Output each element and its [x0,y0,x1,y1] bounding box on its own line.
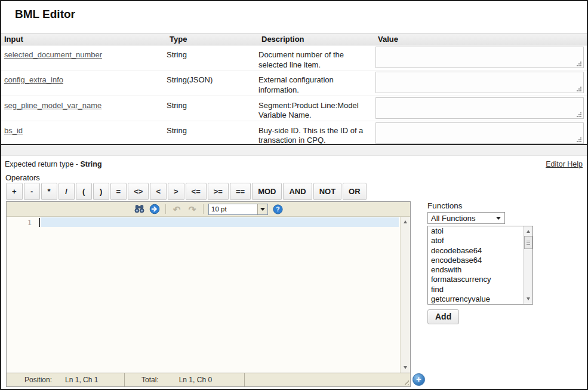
position-label: Position: [24,376,52,384]
operator-button[interactable]: OR [343,183,367,200]
function-list-item[interactable]: endswith [428,265,522,275]
function-list-item[interactable]: decodebase64 [428,246,522,256]
status-position-cell: Position: Ln 1, Ch 1 [7,373,125,386]
value-textarea[interactable] [375,72,584,93]
return-type-bar: Expected return type - String Editor Hel… [5,160,583,168]
scrollbar-thumb[interactable] [524,236,532,249]
operator-button[interactable]: = [110,183,127,200]
text-cursor [39,218,40,227]
editor-help-link[interactable]: Editor Help [546,160,583,168]
operator-button[interactable]: <= [186,183,207,200]
operator-button[interactable]: > [168,183,184,200]
expand-plus-button[interactable]: + [412,373,425,386]
value-textarea[interactable] [375,47,584,68]
expected-return-value: String [80,160,101,168]
scroll-down-icon[interactable] [524,294,533,303]
table-row: selected_document_numberStringDocument n… [1,45,587,70]
operator-button[interactable]: <> [128,183,149,200]
total-label: Total: [141,376,159,384]
operator-button[interactable]: == [230,183,251,200]
value-textarea[interactable] [375,97,584,119]
table-row: seg_pline_model_var_nameStringSegment:Pr… [1,96,587,121]
line-number: 1 [7,219,32,227]
function-list-item[interactable]: getcurrencyvalue [428,294,522,304]
chevron-down-icon [496,217,501,220]
operator-button[interactable]: ( [76,183,92,200]
operator-button[interactable]: NOT [313,183,341,200]
functions-listbox[interactable]: atoiatofdecodebase64encodebase64endswith… [427,226,533,305]
operator-button[interactable]: AND [283,183,312,200]
parameters-table: Input Type Description Value selected_do… [1,33,587,146]
type-cell: String [167,121,258,146]
input-param-link[interactable]: bs_id [4,126,23,135]
description-cell: Buy-side ID. This is the ID of a transac… [258,121,375,146]
expected-return-type: Expected return type - String [5,160,102,168]
scroll-up-icon[interactable] [524,227,533,236]
bml-editor-page: BML Editor Input Type Description Value … [0,0,588,390]
resize-grip-icon[interactable] [580,65,581,66]
toolbar-separator [165,204,166,214]
code-editor: ↶ ↷ 10 pt ? 1 [6,201,411,387]
operator-button[interactable]: / [59,183,75,200]
resize-grip-icon[interactable] [580,90,581,91]
operator-button[interactable]: >= [208,183,229,200]
function-list-item[interactable]: find [428,285,522,294]
functions-filter-value: All Functions [431,214,475,223]
value-textarea[interactable] [375,122,584,144]
editor-toolbar: ↶ ↷ 10 pt ? [7,202,410,217]
operator-button[interactable]: * [41,183,57,200]
go-to-line-icon[interactable] [149,203,161,215]
input-param-link[interactable]: selected_document_number [4,50,102,59]
resize-grip-icon[interactable] [580,141,581,142]
functions-panel: Functions All Functions atoiatofdecodeba… [427,201,536,324]
operator-button[interactable]: ) [93,183,109,200]
find-icon[interactable] [133,203,145,215]
column-header-value: Value [375,35,587,44]
status-spare-cell [245,373,410,386]
operator-button[interactable]: MOD [252,183,282,200]
column-header-input: Input [1,35,167,44]
function-list-item[interactable]: encodebase64 [428,256,522,265]
redo-icon[interactable]: ↷ [186,203,198,215]
operators-toolbar: +-*/()=<><><=>===MODANDNOTOR [6,183,367,200]
table-row: config_extra_infoString(JSON)External co… [1,70,587,96]
page-title: BML Editor [15,8,75,21]
font-size-value: 10 pt [209,204,257,214]
operator-button[interactable]: - [24,183,40,200]
functions-filter-dropdown[interactable]: All Functions [427,212,505,224]
position-value: Ln 1, Ch 1 [65,376,98,384]
chevron-down-icon [260,208,265,211]
total-value: Ln 1, Ch 0 [179,376,212,384]
table-row: bs_idStringBuy-side ID. This is the ID o… [1,121,587,146]
resize-grip-icon[interactable] [402,378,409,385]
operator-button[interactable]: < [150,183,167,200]
column-header-type: Type [167,35,258,44]
font-size-dropdown[interactable]: 10 pt [208,204,268,215]
type-cell: String [167,45,258,70]
status-total-cell: Total: Ln 1, Ch 0 [125,373,245,386]
undo-icon[interactable]: ↶ [171,203,183,215]
table-body: selected_document_numberStringDocument n… [1,45,587,146]
editor-status-bar: Position: Ln 1, Ch 1 Total: Ln 1, Ch 0 [7,373,410,386]
function-list-item[interactable]: atoi [428,226,522,236]
function-list-item[interactable]: atof [428,236,522,245]
functions-label: Functions [427,201,536,210]
code-editing-area[interactable]: 1 [7,217,410,373]
font-size-dropdown-button[interactable] [257,204,267,214]
resize-grip-icon[interactable] [580,116,581,117]
type-cell: String [167,96,258,121]
help-icon[interactable]: ? [272,203,284,215]
active-line-highlight [41,217,399,227]
input-param-link[interactable]: config_extra_info [4,75,63,84]
input-param-link[interactable]: seg_pline_model_var_name [4,101,101,110]
type-cell: String(JSON) [167,70,258,95]
scroll-down-icon[interactable] [401,363,410,372]
operator-button[interactable]: + [6,183,23,200]
scroll-up-icon[interactable] [401,217,410,226]
toolbar-separator [203,204,204,214]
editor-vertical-scrollbar[interactable] [400,217,410,373]
section-spacer [1,145,587,156]
function-list-item[interactable]: formatascurrency [428,275,522,284]
add-function-button[interactable]: Add [427,309,459,324]
functions-scrollbar[interactable] [523,226,532,304]
